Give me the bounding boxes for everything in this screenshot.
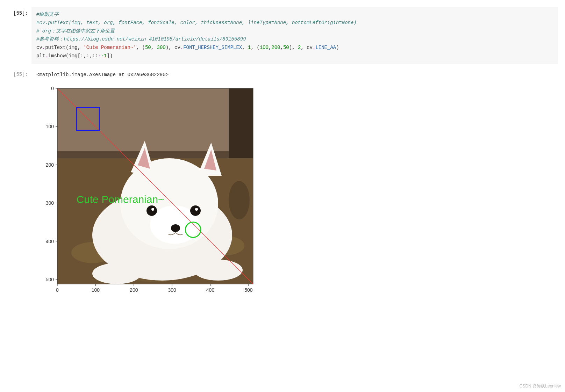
svg-point-7 xyxy=(229,181,250,219)
overlay-text: Cute Pomeranian~ xyxy=(77,194,164,205)
svg-text:500: 500 xyxy=(244,287,253,293)
comment-4: #参考资料：https://blog.csdn.net/weixin_41010… xyxy=(36,36,246,42)
comment-3: # org：文字在图像中的左下角位置 xyxy=(36,28,115,34)
code-line-5: cv.putText(img, 'Cute Pomeranian~', (50,… xyxy=(36,44,553,52)
y-axis: 0 100 200 300 400 500 xyxy=(46,86,57,282)
svg-point-10 xyxy=(194,260,243,281)
svg-point-14 xyxy=(151,208,154,211)
code-line-6: plt.imshow(img[:,:,::--1]) xyxy=(36,52,553,60)
x-axis: 0 100 200 300 400 500 xyxy=(56,284,253,293)
output-cell: [55]: <matplotlib.image.AxesImage at 0x2… xyxy=(0,68,558,308)
output-text: <matplotlib.image.AxesImage at 0x2a6e368… xyxy=(36,71,553,79)
svg-point-17 xyxy=(171,224,180,232)
svg-point-16 xyxy=(195,208,198,211)
svg-text:0: 0 xyxy=(56,287,59,293)
comment-1: #绘制文字 xyxy=(36,12,59,17)
comment-2: #cv.putText(img, text, org, fontFace, fo… xyxy=(36,20,357,26)
matplotlib-figure: Cute Pomeranian~ 0 100 200 300 400 5 xyxy=(36,85,264,308)
svg-text:500: 500 xyxy=(46,277,54,282)
code-input[interactable]: #绘制文字 #cv.putText(img, text, org, fontFa… xyxy=(31,7,558,64)
svg-text:300: 300 xyxy=(168,287,176,293)
svg-text:300: 300 xyxy=(46,200,54,206)
input-prompt: [55]: xyxy=(0,7,31,16)
output-area: <matplotlib.image.AxesImage at 0x2a6e368… xyxy=(31,68,558,308)
output-prompt: [55]: xyxy=(0,68,31,77)
svg-point-13 xyxy=(146,205,157,216)
svg-text:200: 200 xyxy=(130,287,138,293)
svg-text:100: 100 xyxy=(46,124,54,130)
svg-text:400: 400 xyxy=(206,287,215,293)
svg-point-9 xyxy=(92,263,141,284)
svg-text:0: 0 xyxy=(51,86,54,91)
svg-point-15 xyxy=(190,205,201,216)
svg-text:200: 200 xyxy=(46,162,54,168)
svg-text:400: 400 xyxy=(46,239,54,244)
svg-text:100: 100 xyxy=(92,287,100,293)
svg-rect-1 xyxy=(229,88,253,162)
input-cell: [55]: #绘制文字 #cv.putText(img, text, org, … xyxy=(0,7,558,64)
